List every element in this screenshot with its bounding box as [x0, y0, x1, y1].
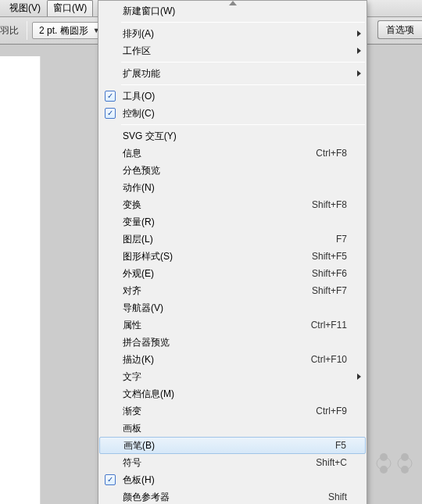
menu-item[interactable]: 变量(R): [99, 213, 366, 231]
menu-item-label: 描边(K): [121, 353, 311, 366]
menu-item-label: 外观(E): [121, 267, 312, 281]
menu-item-shortcut: Shift+F8: [312, 199, 350, 210]
menu-item-label: 文字: [121, 370, 350, 384]
menu-view[interactable]: 视图(V): [3, 0, 47, 16]
menu-item-label: 拼合器预览: [121, 336, 350, 349]
menu-item[interactable]: 描边(K)Ctrl+F10: [99, 351, 366, 368]
menu-item[interactable]: ✓控制(C): [99, 105, 366, 122]
menu-item-label: 属性: [121, 319, 311, 332]
menu-item[interactable]: 渐变Ctrl+F9: [99, 402, 366, 420]
menu-item[interactable]: SVG 交互(Y): [99, 127, 366, 145]
menu-item[interactable]: 属性Ctrl+F11: [99, 316, 366, 334]
menu-item-shortcut: Shift+C: [316, 457, 350, 468]
menu-item-label: 工具(O): [121, 90, 350, 103]
menu-item[interactable]: 外观(E)Shift+F6: [99, 265, 366, 282]
menu-item[interactable]: 分色预览: [99, 162, 366, 179]
menu-item-label: 符号: [121, 456, 316, 470]
menu-check-column: ✓: [99, 474, 121, 485]
menu-separator: [121, 124, 365, 125]
menu-check-column: ✓: [99, 108, 121, 119]
menu-item-label: 工作区: [121, 45, 350, 58]
menu-item-shortcut: Ctrl+F8: [316, 148, 350, 159]
menu-item[interactable]: 变换Shift+F8: [99, 196, 366, 213]
menu-item[interactable]: 图形样式(S)Shift+F5: [99, 248, 366, 265]
menu-item[interactable]: 文档信息(M): [99, 385, 366, 402]
menu-item[interactable]: 文字: [99, 368, 366, 385]
submenu-arrow-icon: [357, 374, 361, 380]
menu-item[interactable]: 导航器(V): [99, 299, 366, 316]
menu-item[interactable]: 符号Shift+C: [99, 454, 366, 471]
menu-item[interactable]: ✓色板(H): [99, 471, 366, 488]
menu-item-label: 图形样式(S): [121, 250, 312, 263]
menu-item-label: 颜色参考器: [121, 491, 328, 504]
menu-item[interactable]: 信息Ctrl+F8: [99, 145, 366, 162]
menu-item-label: 分色预览: [121, 164, 350, 177]
menu-item[interactable]: 新建窗口(W): [99, 2, 366, 20]
menu-check-column: ✓: [99, 91, 121, 102]
menu-item[interactable]: 对齐Shift+F7: [99, 282, 366, 299]
menu-item-label: 画笔(B): [122, 439, 335, 452]
menu-item-shortcut: Ctrl+F11: [311, 320, 350, 331]
menu-item-label: 排列(A): [121, 27, 350, 41]
submenu-arrow-icon: [357, 70, 361, 77]
menu-item[interactable]: 颜色参考器Shift: [99, 488, 366, 504]
stroke-dropdown[interactable]: 2 pt. 椭圆形 ▼: [32, 22, 104, 39]
menu-item-label: 动作(N): [121, 181, 350, 195]
menu-item[interactable]: 画板: [99, 420, 366, 437]
menu-item-label: 新建窗口(W): [121, 5, 350, 18]
menu-item-shortcut: Shift+F5: [312, 251, 350, 262]
toolbar-separator: [27, 21, 27, 40]
menu-item-shortcut: F7: [336, 234, 350, 245]
menu-item[interactable]: 工作区: [99, 42, 366, 59]
menu-item-shortcut: Shift+F6: [312, 268, 350, 279]
menu-item-label: 文档信息(M): [121, 388, 350, 401]
menu-separator: [121, 22, 365, 23]
menu-item-label: 画板: [121, 422, 350, 435]
submenu-arrow-icon: [357, 48, 361, 54]
menu-separator: [121, 84, 365, 85]
menu-item-label: 信息: [121, 147, 316, 160]
stroke-dropdown-value: 2 pt. 椭圆形: [39, 24, 88, 38]
menu-item-label: SVG 交互(Y): [121, 130, 350, 143]
menu-item-label: 导航器(V): [121, 302, 350, 315]
window-menu-dropdown: 新建窗口(W)排列(A)工作区扩展功能✓工具(O)✓控制(C)SVG 交互(Y)…: [98, 0, 367, 504]
menu-item[interactable]: 拼合器预览: [99, 334, 366, 351]
document-edge: [0, 56, 41, 504]
menu-item-label: 图层(L): [121, 233, 336, 246]
menu-item-label: 变量(R): [121, 216, 350, 229]
menu-item[interactable]: 扩展功能: [99, 65, 366, 82]
menu-item-label: 变换: [121, 198, 312, 212]
check-icon: ✓: [105, 108, 116, 119]
preferences-button[interactable]: 首选项: [377, 20, 422, 39]
menu-item-label: 扩展功能: [121, 67, 350, 80]
menu-item-label: 色板(H): [121, 474, 350, 487]
check-icon: ✓: [105, 91, 116, 102]
menu-window[interactable]: 窗口(W): [47, 0, 93, 16]
menu-item-label: 控制(C): [121, 107, 350, 120]
submenu-arrow-icon: [357, 30, 361, 37]
menu-item[interactable]: ✓工具(O): [99, 88, 366, 105]
menu-item-shortcut: Shift: [328, 491, 350, 502]
menu-item-shortcut: Ctrl+F10: [311, 354, 350, 365]
menu-item[interactable]: 动作(N): [99, 179, 366, 196]
menu-item[interactable]: 图层(L)F7: [99, 231, 366, 248]
menu-item-shortcut: F5: [335, 440, 349, 451]
menu-item[interactable]: 排列(A): [99, 25, 366, 42]
menu-separator: [121, 62, 365, 63]
menu-item-shortcut: Shift+F7: [312, 285, 350, 296]
menu-item[interactable]: 画笔(B)F5: [99, 437, 366, 454]
preferences-label: 首选项: [386, 23, 414, 37]
menu-item-shortcut: Ctrl+F9: [316, 406, 350, 416]
check-icon: ✓: [105, 474, 116, 485]
menu-item-label: 渐变: [121, 405, 316, 418]
toolbar-left-label: 羽比: [0, 24, 22, 38]
menu-item-label: 对齐: [121, 284, 312, 298]
